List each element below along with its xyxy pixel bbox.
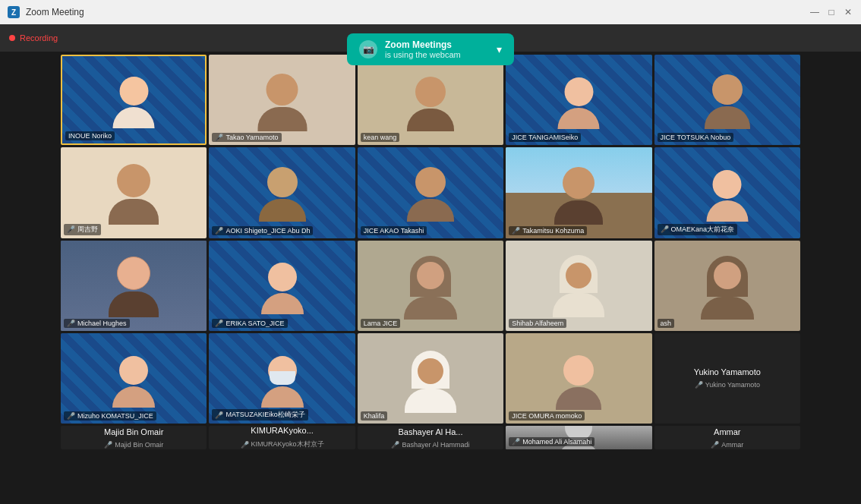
participant-name-10: 🎤 OMAEKana大前花奈 <box>658 224 738 235</box>
participant-name-3: kean wang <box>361 133 400 142</box>
participant-display-name-25: Ammar <box>714 427 740 436</box>
recording-dot <box>9 35 15 41</box>
participant-cell-11[interactable]: 🎤 Michael Hughes <box>61 241 207 331</box>
participant-name-24: 🎤 Mohamed Ali Alsamahi <box>509 437 594 446</box>
participant-name-6: 🎤 周吉野 <box>64 224 101 235</box>
mic-icon: 🎤 <box>695 381 703 389</box>
participant-name-5: JICE TOTSUKA Nobuo <box>658 133 734 142</box>
participant-cell-6[interactable]: 🎤 周吉野 <box>61 147 207 238</box>
participant-display-name-20: Yukino Yamamoto <box>694 367 761 376</box>
participant-cell-15[interactable]: ash <box>654 241 800 331</box>
participant-cell-4[interactable]: JICE TANIGAMISeiko <box>506 55 651 145</box>
participant-name-8: JICE AKAO Takashi <box>361 226 427 235</box>
participant-display-name-22: KIMURAKyoko... <box>251 426 314 435</box>
mic-icon: 🎤 <box>512 438 520 446</box>
participant-name-16: 🎤 Mizuho KOMATSU_JICE <box>64 411 156 421</box>
participant-sub-name-22: 🎤 KIMURAKyoko木村京子 <box>241 439 324 449</box>
participant-name-2: 🎤 Takao Yamamoto <box>212 133 281 142</box>
participant-cell-16[interactable]: 🎤 Mizuho KOMATSU_JICE <box>61 333 207 424</box>
participant-display-name-23: Bashayer Al Ha... <box>398 427 462 436</box>
participant-sub-name-21: 🎤 Majid Bin Omair <box>104 441 163 449</box>
participant-name-15: ash <box>658 319 675 328</box>
participant-sub-name-25: 🎤 Ammar <box>711 441 743 449</box>
participant-cell-14[interactable]: Shihab Alfaheem <box>506 241 651 331</box>
mic-icon: 🎤 <box>241 441 249 449</box>
participant-name-14: Shihab Alfaheem <box>509 319 566 328</box>
participant-name-12: 🎤 ERIKA SATO_JICE <box>212 319 287 328</box>
participant-cell-23[interactable]: Bashayer Al Ha... 🎤 Bashayer Al Hammadi <box>358 426 503 449</box>
mic-icon: 🎤 <box>215 320 223 327</box>
webcam-notification[interactable]: 📷 Zoom Meetings is using the webcam ▾ <box>347 33 514 65</box>
close-button[interactable]: ✕ <box>843 7 853 17</box>
participant-cell-22[interactable]: KIMURAKyoko... 🎤 KIMURAKyoko木村京子 <box>209 426 355 449</box>
participant-sub-name-20: 🎤 Yukino Yamamoto <box>695 381 760 389</box>
window-title: Zoom Meeting <box>26 7 809 17</box>
mic-icon: 🎤 <box>67 412 75 420</box>
participant-cell-19[interactable]: JICE OMURA momoko <box>506 333 651 424</box>
participant-sub-name-23: 🎤 Bashayer Al Hammadi <box>391 441 469 449</box>
app-icon: Z <box>8 6 20 18</box>
participant-name-19: JICE OMURA momoko <box>509 411 585 421</box>
participant-cell-13[interactable]: Lama JICE <box>358 241 503 331</box>
participant-display-name-21: Majid Bin Omair <box>104 427 163 436</box>
webcam-icon: 📷 <box>359 40 377 58</box>
participant-cell-12[interactable]: 🎤 ERIKA SATO_JICE <box>209 241 355 331</box>
chevron-down-icon: ▾ <box>497 43 502 55</box>
participant-name-9: 🎤 Takamitsu Kohzuma <box>509 226 587 235</box>
participant-cell-17[interactable]: 🎤 MATSUZAKIEiko松崎栄子 <box>209 333 355 424</box>
mic-icon: 🎤 <box>215 134 223 141</box>
mic-icon: 🎤 <box>215 227 223 235</box>
webcam-popup-title: Zoom Meetings <box>385 39 489 50</box>
participant-name-11: 🎤 Michael Hughes <box>64 319 130 328</box>
recording-label: Recording <box>20 33 58 43</box>
title-bar: Z Zoom Meeting — □ ✕ <box>0 0 861 24</box>
video-grid: INOUE Noriko 🎤 Takao Yamamoto <box>61 55 800 449</box>
participant-cell-1[interactable]: INOUE Noriko <box>61 55 207 145</box>
participant-cell-7[interactable]: 🎤 AOKI Shigeto_JICE Abu Dh <box>209 147 355 238</box>
participant-cell-24[interactable]: 🎤 Mohamed Ali Alsamahi <box>506 426 651 449</box>
jice-label: JICE TANIGAMISeiko <box>512 134 578 141</box>
recording-badge: Recording <box>9 33 58 43</box>
maximize-button[interactable]: □ <box>826 7 837 17</box>
participant-cell-8[interactable]: JICE AKAO Takashi <box>358 147 503 238</box>
participant-cell-2[interactable]: 🎤 Takao Yamamoto <box>209 55 355 145</box>
participant-name-13: Lama JICE <box>361 319 401 328</box>
mic-icon: 🎤 <box>67 320 75 327</box>
mic-icon: 🎤 <box>711 441 719 449</box>
webcam-popup-subtitle: is using the webcam <box>385 50 489 59</box>
participant-cell-25[interactable]: Ammar 🎤 Ammar <box>654 426 800 449</box>
participant-cell-10[interactable]: 🎤 OMAEKana大前花奈 <box>654 147 800 238</box>
mic-icon: 🎤 <box>67 225 75 233</box>
participant-cell-21[interactable]: Majid Bin Omair 🎤 Majid Bin Omair <box>61 426 207 449</box>
participant-name-18: Khalifa <box>361 411 388 421</box>
participant-cell-9[interactable]: 🎤 Takamitsu Kohzuma <box>506 147 651 238</box>
mic-icon: 🎤 <box>104 441 112 449</box>
webcam-popup-text: Zoom Meetings is using the webcam <box>385 39 489 59</box>
mic-icon: 🎤 <box>512 227 520 235</box>
window-controls: — □ ✕ <box>809 7 853 17</box>
minimize-button[interactable]: — <box>809 7 820 17</box>
participant-cell-5[interactable]: JICE TOTSUKA Nobuo <box>654 55 800 145</box>
participant-cell-20[interactable]: Yukino Yamamoto 🎤 Yukino Yamamoto <box>654 333 800 424</box>
participant-name-17: 🎤 MATSUZAKIEiko松崎栄子 <box>212 409 308 421</box>
video-grid-area: INOUE Noriko 🎤 Takao Yamamoto <box>0 52 861 480</box>
participant-cell-18[interactable]: Khalifa <box>358 333 503 424</box>
participant-name-4: JICE TANIGAMISeiko <box>509 133 581 142</box>
participant-name-1: INOUE Noriko <box>65 131 115 140</box>
mic-icon: 🎤 <box>391 441 399 449</box>
participant-cell-3[interactable]: kean wang <box>358 55 503 145</box>
participant-name-7: 🎤 AOKI Shigeto_JICE Abu Dh <box>212 226 313 235</box>
mic-icon: 🎤 <box>215 411 223 419</box>
mic-icon: 🎤 <box>661 225 669 233</box>
main-window: Z Zoom Meeting — □ ✕ Recording 📷 Zoom Me… <box>0 0 861 480</box>
